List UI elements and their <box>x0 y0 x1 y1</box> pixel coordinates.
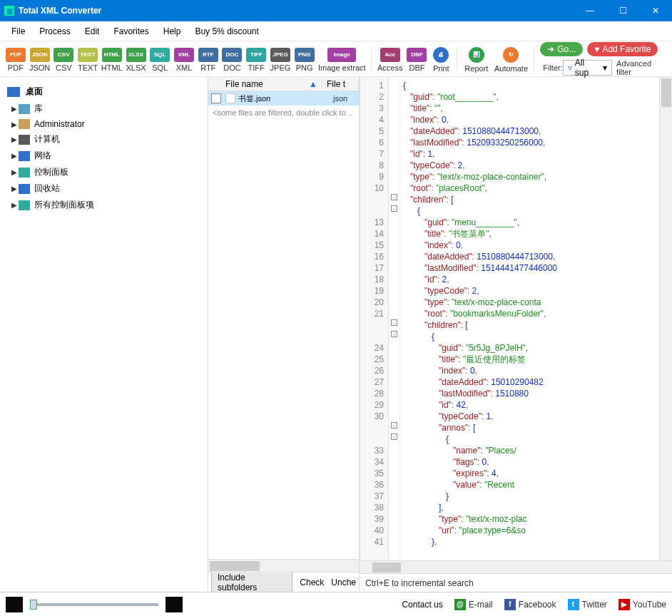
footer: Contact us @E-mail fFacebook tTwitter ▶Y… <box>0 592 672 616</box>
uncheck-button[interactable]: Unche <box>331 578 356 587</box>
facebook-link[interactable]: fFacebook <box>504 599 556 610</box>
tb-xlsx[interactable]: XLSXXLSX <box>125 46 148 72</box>
automate-icon: ↻ <box>503 47 519 63</box>
maximize-button[interactable]: ☐ <box>606 0 639 21</box>
sql-icon: SQL <box>150 48 170 62</box>
toolbar-separator <box>534 47 534 71</box>
tb-image-extract[interactable]: ImageImage extract <box>317 46 367 72</box>
fold-toggle[interactable]: - <box>391 331 397 337</box>
menu-help[interactable]: Help <box>156 24 188 38</box>
fold-toggle[interactable]: - <box>391 205 397 212</box>
menu-process[interactable]: Process <box>32 24 77 38</box>
include-subfolders-button[interactable]: Include subfolders <box>211 570 292 592</box>
tb-doc[interactable]: DOCDOC <box>221 46 244 72</box>
checkbox[interactable] <box>211 93 221 103</box>
tb-dbf[interactable]: DBFDBF <box>406 46 429 72</box>
title-bar: ▦ Total XML Converter — ☐ ✕ <box>0 0 672 21</box>
tb-access[interactable]: AccAccess <box>376 46 404 72</box>
twitter-link[interactable]: tTwitter <box>568 599 607 610</box>
file-hscrollbar[interactable] <box>208 559 359 572</box>
file-row[interactable]: 书签.json json <box>208 91 359 106</box>
fold-toggle[interactable]: - <box>391 422 397 428</box>
add-favorite-button[interactable]: ♥Add Favorite <box>587 42 658 56</box>
tb-sql[interactable]: SQLSQL <box>148 46 171 72</box>
fold-toggle[interactable]: - <box>391 319 397 326</box>
pdf-icon: PDF <box>6 48 26 62</box>
png-icon: PNG <box>295 48 315 62</box>
network-icon <box>19 151 30 161</box>
menu-discount[interactable]: Buy 5% discount <box>188 24 265 38</box>
youtube-icon: ▶ <box>618 599 630 610</box>
tb-rtf[interactable]: RTFRTF <box>197 46 220 72</box>
tb-xml[interactable]: XMLXML <box>173 46 195 72</box>
app-title: Total XML Converter <box>19 6 101 16</box>
tb-pdf[interactable]: PDFPDF <box>4 46 27 72</box>
file-pane: File name ▲ File t 书签.json json <some fi… <box>208 77 360 592</box>
tb-jpeg[interactable]: JPEGJPEG <box>269 46 292 72</box>
tree-item-label: 网络 <box>34 150 51 162</box>
youtube-link[interactable]: ▶YouTube <box>618 599 666 610</box>
desktop-icon <box>7 87 20 97</box>
advanced-filter-link[interactable]: Advanced filter <box>616 59 668 76</box>
file-list: 书签.json json <some files are filtered, d… <box>208 91 359 559</box>
filter-value: All sup <box>575 58 600 78</box>
report-icon: 📊 <box>469 47 484 63</box>
code-vscrollbar[interactable] <box>659 77 672 560</box>
fold-toggle[interactable]: - <box>391 194 397 200</box>
menu-edit[interactable]: Edit <box>78 24 107 38</box>
check-button[interactable]: Check <box>300 578 324 587</box>
code-hscrollbar[interactable] <box>360 560 672 573</box>
tb-automate[interactable]: ↻Automate <box>493 46 530 73</box>
thumb-next-button[interactable] <box>166 597 183 612</box>
sort-up-icon: ▲ <box>309 79 317 89</box>
cpl2-icon <box>19 200 30 210</box>
expand-arrow-icon: ▶ <box>11 185 19 192</box>
thumb-prev-button[interactable] <box>6 597 23 612</box>
recycle-icon <box>19 184 30 194</box>
fold-toggle[interactable]: - <box>391 433 397 440</box>
csv-icon: CSV <box>54 48 73 62</box>
tree-item-3[interactable]: ▶网络 <box>0 148 208 164</box>
tree-item-5[interactable]: ▶回收站 <box>0 180 208 197</box>
tb-png[interactable]: PNGPNG <box>293 46 316 72</box>
tb-json[interactable]: JSONJSON <box>29 46 51 72</box>
doc-icon: DOC <box>222 48 242 62</box>
xlsx-icon: XLSX <box>126 48 146 62</box>
col-filetype[interactable]: File t <box>322 79 359 89</box>
line-gutter: 1234567891013141516171819202124252627282… <box>360 77 389 560</box>
tree-item-label: 所有控制面板项 <box>34 199 94 211</box>
file-ext: json <box>333 94 359 103</box>
expand-arrow-icon: ▶ <box>11 201 19 209</box>
tb-text[interactable]: TEXTTEXT <box>76 46 99 72</box>
thumb-slider[interactable] <box>30 603 158 606</box>
tree-item-2[interactable]: ▶计算机 <box>0 131 208 148</box>
tb-html[interactable]: HTMLHTML <box>101 46 123 72</box>
tb-print[interactable]: 🖨Print <box>429 46 452 73</box>
tree-root-desktop[interactable]: 桌面 <box>0 83 208 101</box>
tb-csv[interactable]: CSVCSV <box>52 46 75 72</box>
expand-arrow-icon: ▶ <box>11 120 19 128</box>
goto-icon: ➜ <box>547 44 554 54</box>
close-button[interactable]: ✕ <box>639 0 672 21</box>
tree-item-1[interactable]: ▶Administrator <box>0 117 208 131</box>
menu-file[interactable]: File <box>4 24 32 38</box>
rtf-icon: RTF <box>198 48 218 62</box>
col-filename[interactable]: File name ▲ <box>208 79 322 89</box>
goto-button[interactable]: ➜Go... <box>540 42 583 56</box>
access-icon: Acc <box>380 48 400 62</box>
tb-report[interactable]: 📊Report <box>462 46 492 73</box>
tree-item-6[interactable]: ▶所有控制面板项 <box>0 197 208 213</box>
jpeg-icon: JPEG <box>270 48 290 62</box>
app-logo-icon: ▦ <box>4 6 14 16</box>
tree-item-label: 计算机 <box>34 133 60 145</box>
email-link[interactable]: @E-mail <box>454 599 493 610</box>
tb-tiff[interactable]: TIFFTIFF <box>245 46 268 72</box>
filter-dropdown[interactable]: ▿ All sup ▾ <box>563 60 612 76</box>
filter-hint[interactable]: <some files are filtered, double click t… <box>208 106 359 120</box>
tree-item-0[interactable]: ▶库 <box>0 101 208 117</box>
minimize-button[interactable]: — <box>574 0 606 21</box>
xml-icon: XML <box>174 48 194 62</box>
menu-favorites[interactable]: Favorites <box>106 24 156 38</box>
tree-item-4[interactable]: ▶控制面板 <box>0 164 208 180</box>
code-body[interactable]: { "guid": "root________", "title": "", "… <box>400 77 659 560</box>
